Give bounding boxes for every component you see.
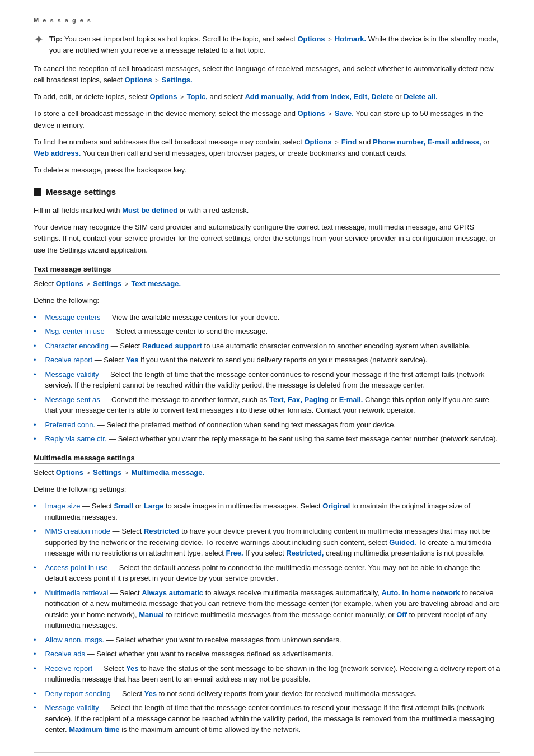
mm-settings-link[interactable]: Settings — [93, 468, 121, 477]
paragraph-2: To add, edit, or delete topics, select O… — [34, 91, 500, 102]
reduced-support-link[interactable]: Reduced support — [142, 342, 202, 350]
tm-textmessage-link[interactable]: Text message. — [131, 279, 181, 288]
mm-receive-report-yes-link[interactable]: Yes — [126, 664, 138, 673]
receive-ads-link[interactable]: Receive ads — [45, 650, 86, 658]
list-item: Character encoding — Select Reduced supp… — [34, 340, 500, 352]
list-item: Receive ads — Select whether you want to… — [34, 648, 500, 660]
p4-email-link[interactable]: E-mail address, — [428, 138, 481, 146]
sent-as-email-link[interactable]: E-mail. — [339, 395, 363, 404]
p3-save-link[interactable]: Save. — [335, 109, 354, 118]
mms-restricted-link[interactable]: Restricted — [144, 527, 180, 535]
mms-free-link[interactable]: Free. — [226, 549, 243, 557]
p4-options-link[interactable]: Options — [304, 138, 331, 146]
multimedia-define: Define the following settings: — [34, 484, 500, 495]
tip-text: Tip: You can set important topics as hot… — [49, 34, 500, 55]
p2-topic-link[interactable]: Topic, — [187, 92, 208, 101]
deny-report-yes-link[interactable]: Yes — [144, 689, 157, 698]
image-size-large-link[interactable]: Large — [144, 502, 163, 510]
list-item: Message sent as — Convert the message to… — [34, 394, 500, 416]
mm-message-validity-link[interactable]: Message validity — [45, 703, 99, 712]
paragraph-4: To find the numbers and addresses the ce… — [34, 137, 500, 159]
receive-report-yes-link[interactable]: Yes — [126, 356, 138, 364]
list-item: Receive report — Select Yes to have the … — [34, 663, 500, 685]
list-item: Multimedia retrieval — Select Always aut… — [34, 587, 500, 631]
maximum-time-link[interactable]: Maximum time — [69, 725, 119, 734]
message-validity-link[interactable]: Message validity — [45, 370, 99, 379]
mm-multimedia-link[interactable]: Multimedia message. — [131, 468, 204, 477]
mms-guided-link[interactable]: Guided. — [389, 538, 416, 547]
always-automatic-link[interactable]: Always automatic — [142, 589, 203, 597]
tip-chevron: > — [328, 36, 333, 43]
multimedia-retrieval-link[interactable]: Multimedia retrieval — [45, 589, 109, 597]
tm-options-link[interactable]: Options — [56, 279, 83, 288]
paragraph-1: To cancel the reception of cell broadcas… — [34, 63, 500, 86]
text-message-settings-heading: Text message settings — [34, 265, 500, 275]
text-message-list: Message centers — View the available mes… — [34, 312, 500, 445]
p2-delete-link[interactable]: Delete — [371, 92, 393, 101]
must-be-defined-link[interactable]: Must be defined — [122, 206, 177, 214]
sent-as-text-link[interactable]: Text, — [269, 395, 285, 404]
sent-as-fax-link[interactable]: Fax, — [288, 395, 302, 404]
access-point-link[interactable]: Access point in use — [45, 563, 108, 572]
mms-restricted2-link[interactable]: Restricted, — [286, 549, 324, 557]
page-header: M e s s a g e s — [34, 17, 500, 24]
receive-report-link[interactable]: Receive report — [45, 356, 93, 364]
p4-web-link[interactable]: Web address. — [34, 149, 81, 157]
settings-intro-2: Your device may recognize the SIM card p… — [34, 222, 500, 255]
section-heading-text: Message settings — [46, 187, 116, 197]
p2-options-link[interactable]: Options — [149, 92, 177, 101]
manual-link[interactable]: Manual — [139, 610, 164, 619]
tip-icon: ✦ — [34, 32, 44, 47]
section-icon — [34, 188, 41, 196]
list-item: Access point in use — Select the default… — [34, 562, 500, 584]
p2-add-from-index-link[interactable]: Add from index, — [296, 92, 352, 101]
tip-link-options[interactable]: Options — [297, 35, 325, 43]
text-message-select: Select Options > Settings > Text message… — [34, 278, 500, 290]
reply-same-ctr-link[interactable]: Reply via same ctr. — [45, 435, 107, 443]
p2-delete-all-link[interactable]: Delete all. — [404, 92, 438, 101]
auto-home-network-link[interactable]: Auto. in home network — [381, 589, 460, 597]
multimedia-message-list: Image size — Select Small or Large to sc… — [34, 501, 500, 735]
page-footer: © 2007 Nokia. All rights reserved. 32 — [34, 752, 500, 756]
image-size-original-link[interactable]: Original — [322, 502, 350, 510]
message-sent-as-link[interactable]: Message sent as — [45, 395, 100, 404]
message-settings-heading: Message settings — [34, 187, 500, 199]
tm-settings-link[interactable]: Settings — [93, 279, 121, 288]
list-item: Message validity — Select the length of … — [34, 369, 500, 391]
deny-report-sending-link[interactable]: Deny report sending — [45, 689, 111, 698]
list-item: MMS creation mode — Select Restricted to… — [34, 526, 500, 559]
msg-center-in-use-link[interactable]: Msg. center in use — [45, 327, 105, 335]
list-item: Receive report — Select Yes if you want … — [34, 354, 500, 366]
p2-add-manually-link[interactable]: Add manually, — [245, 92, 294, 101]
list-item: Msg. center in use — Select a message ce… — [34, 326, 500, 337]
paragraph-5: To delete a message, press the backspace… — [34, 165, 500, 176]
allow-anon-link[interactable]: Allow anon. msgs. — [45, 636, 105, 644]
image-size-link[interactable]: Image size — [45, 502, 81, 510]
p1-options-link[interactable]: Options — [125, 76, 152, 84]
list-item: Message centers — View the available mes… — [34, 312, 500, 323]
text-message-define: Define the following: — [34, 295, 500, 306]
character-encoding-link[interactable]: Character encoding — [45, 342, 109, 350]
list-item: Preferred conn. — Select the preferred m… — [34, 419, 500, 431]
image-size-small-link[interactable]: Small — [114, 502, 133, 510]
p1-settings-link[interactable]: Settings. — [162, 76, 193, 84]
p3-options-link[interactable]: Options — [298, 109, 325, 118]
paragraph-3: To store a cell broadcast message in the… — [34, 108, 500, 130]
message-centers-link[interactable]: Message centers — [45, 313, 101, 321]
off-link[interactable]: Off — [396, 610, 407, 619]
mms-creation-mode-link[interactable]: MMS creation mode — [45, 527, 110, 535]
mm-options-link[interactable]: Options — [56, 468, 83, 477]
list-item: Message validity — Select the length of … — [34, 702, 500, 735]
sent-as-paging-link[interactable]: Paging — [305, 395, 329, 404]
p2-edit-link[interactable]: Edit, — [354, 92, 369, 101]
list-item: Allow anon. msgs. — Select whether you w… — [34, 634, 500, 646]
preferred-conn-link[interactable]: Preferred conn. — [45, 421, 96, 429]
list-item: Deny report sending — Select Yes to not … — [34, 688, 500, 699]
mm-receive-report-link[interactable]: Receive report — [45, 664, 93, 673]
tip-link-hotmark[interactable]: Hotmark. — [335, 35, 366, 43]
p4-phone-link[interactable]: Phone number, — [373, 138, 425, 146]
list-item: Reply via same ctr. — Select whether you… — [34, 433, 500, 445]
multimedia-select: Select Options > Settings > Multimedia m… — [34, 467, 500, 478]
p4-find-link[interactable]: Find — [341, 138, 357, 146]
tip-box: ✦ Tip: You can set important topics as h… — [34, 34, 500, 55]
